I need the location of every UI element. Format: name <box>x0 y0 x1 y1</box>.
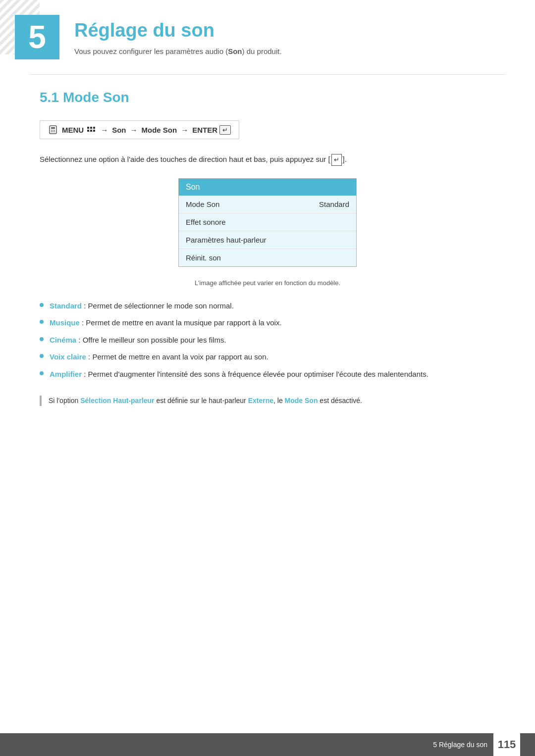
note-term2: Externe <box>248 397 273 404</box>
nav-enter-label: ENTER <box>192 126 217 134</box>
bullet-text-5: Amplifier : Permet d'augmenter l'intensi… <box>50 369 495 380</box>
bullet-list: Standard : Permet de sélectionner le mod… <box>40 301 495 380</box>
section-title: Mode Son <box>63 90 129 105</box>
list-item: Voix claire : Permet de mettre en avant … <box>40 352 495 363</box>
note-term3: Mode Son <box>285 397 318 404</box>
svg-rect-14 <box>90 130 92 132</box>
menu-item-effet-label: Effet sonore <box>186 218 226 226</box>
subtitle-bold: Son <box>228 47 242 55</box>
note-mid1: est définie sur le haut-parleur <box>155 397 248 404</box>
nav-sep3: → <box>181 126 188 134</box>
section-heading: 5.1 Mode Son <box>40 90 495 105</box>
svg-point-5 <box>53 130 54 131</box>
chapter-number: 5 <box>28 21 46 53</box>
bullet-dot-5 <box>40 371 44 375</box>
bullet-term-2: Musique <box>50 318 80 327</box>
footer-chapter-text: 5 Réglage du son <box>433 741 487 749</box>
list-item: Musique : Permet de mettre en avant la m… <box>40 317 495 329</box>
svg-point-4 <box>51 130 52 131</box>
list-item: Standard : Permet de sélectionner le mod… <box>40 301 495 312</box>
svg-rect-12 <box>93 127 95 129</box>
subtitle-end: ) du produit. <box>242 47 282 55</box>
menu-header: Son <box>179 179 356 196</box>
svg-point-7 <box>51 131 52 132</box>
menu-item-reinit-son: Réinit. son <box>179 249 356 266</box>
bullet-term-3: Cinéma <box>50 336 76 344</box>
nav-sep2: → <box>130 126 138 134</box>
list-item: Cinéma : Offre le meilleur son possible … <box>40 335 495 346</box>
svg-point-6 <box>54 130 55 131</box>
bullet-text-1: Standard : Permet de sélectionner le mod… <box>50 301 495 312</box>
bullet-sep-5: : <box>82 370 88 378</box>
bullet-desc-2: Permet de mettre en avant la musique par… <box>86 318 281 327</box>
note-box: Si l'option Sélection Haut-parleur est d… <box>40 390 495 412</box>
bullet-text-4: Voix claire : Permet de mettre en avant … <box>50 352 495 363</box>
menu-item-mode-son-value: Standard <box>319 200 349 208</box>
chapter-title: Réglage du son <box>74 20 282 41</box>
bullet-term-5: Amplifier <box>50 370 82 378</box>
bullet-sep-3: : <box>76 336 83 344</box>
bullet-text-2: Musique : Permet de mettre en avant la m… <box>50 317 495 329</box>
footer: 5 Réglage du son 115 <box>0 733 535 756</box>
nav-son-label: Son <box>112 126 126 134</box>
menu-item-mode-son: Mode Son Standard <box>179 196 356 213</box>
menu-item-params-haut-parleur: Paramètres haut-parleur <box>179 231 356 249</box>
bullet-sep-2: : <box>80 318 86 327</box>
bullet-dot-4 <box>40 354 44 358</box>
instruction-prefix: Sélectionnez une option à l'aide des tou… <box>40 155 330 163</box>
bullet-term-1: Standard <box>50 302 82 310</box>
svg-rect-10 <box>87 127 89 129</box>
menu-mockup: Son Mode Son Standard Effet sonore Param… <box>178 178 357 267</box>
bullet-dot-2 <box>40 320 44 324</box>
svg-point-9 <box>54 131 55 132</box>
chapter-subtitle: Vous pouvez configurer les paramètres au… <box>74 46 282 57</box>
nav-path: MENU → Son → Mode Son → ENTER ↵ <box>40 120 239 139</box>
bullet-text-3: Cinéma : Offre le meilleur son possible … <box>50 335 495 346</box>
svg-rect-11 <box>90 127 92 129</box>
bullet-term-4: Voix claire <box>50 353 86 361</box>
bullet-sep-4: : <box>86 353 93 361</box>
footer-page-number: 115 <box>493 733 520 756</box>
nav-menu-label: MENU <box>62 126 84 134</box>
menu-item-reinit-label: Réinit. son <box>186 253 221 262</box>
bullet-dot-3 <box>40 337 44 341</box>
menu-caption: L'image affichée peut varier en fonction… <box>40 279 495 287</box>
nav-sep1: → <box>101 126 108 134</box>
svg-rect-15 <box>93 130 95 132</box>
chapter-title-block: Réglage du son Vous pouvez configurer le… <box>74 15 282 57</box>
enter-bracket-icon: ↵ <box>331 154 342 166</box>
instruction-end: ]. <box>343 155 347 163</box>
section-number: 5.1 <box>40 90 59 105</box>
note-end: est désactivé. <box>318 397 362 404</box>
menu-item-mode-son-label: Mode Son <box>186 200 219 208</box>
note-bar <box>40 396 42 406</box>
svg-point-8 <box>53 131 54 132</box>
chapter-number-box: 5 <box>15 15 59 59</box>
bullet-desc-4: Permet de mettre en avant la voix par ra… <box>92 353 268 361</box>
list-item: Amplifier : Permet d'augmenter l'intensi… <box>40 369 495 380</box>
remote-icon <box>48 125 58 135</box>
main-content: 5.1 Mode Son MENU → Son → Mode Son <box>0 75 535 442</box>
note-text: Si l'option Sélection Haut-parleur est d… <box>49 396 362 406</box>
note-mid2: , le <box>273 397 285 404</box>
chapter-header: 5 Réglage du son Vous pouvez configurer … <box>0 0 535 74</box>
subtitle-prefix: Vous pouvez configurer les paramètres au… <box>74 47 228 55</box>
svg-rect-3 <box>51 127 55 129</box>
bullet-desc-5: Permet d'augmenter l'intensité des sons … <box>88 370 428 378</box>
nav-mode-son-label: Mode Son <box>142 126 177 134</box>
menu-item-effet-sonore: Effet sonore <box>179 213 356 231</box>
bullet-sep-1: : <box>82 302 88 310</box>
enter-key-icon: ↵ <box>219 125 231 135</box>
instruction-text: Sélectionnez une option à l'aide des tou… <box>40 154 495 166</box>
note-term1: Sélection Haut-parleur <box>80 397 154 404</box>
nav-grid-icon <box>87 126 96 133</box>
note-prefix: Si l'option <box>49 397 80 404</box>
bullet-desc-3: Offre le meilleur son possible pour les … <box>83 336 226 344</box>
menu-item-params-label: Paramètres haut-parleur <box>186 236 267 244</box>
bullet-dot-1 <box>40 303 44 307</box>
bullet-desc-1: Permet de sélectionner le mode son norma… <box>88 302 234 310</box>
svg-rect-13 <box>87 130 89 132</box>
